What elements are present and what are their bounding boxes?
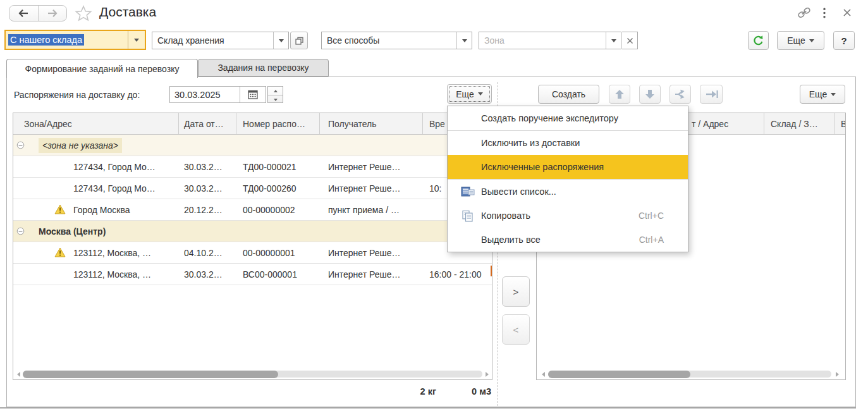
favorite-star-icon[interactable] (75, 5, 92, 22)
warehouse-dropdown-arrow[interactable] (273, 32, 288, 49)
orders-table-body: <зона не указана>127434, Город Мо…30.03.… (13, 135, 492, 285)
methods-combo[interactable]: Все способы (321, 32, 472, 49)
caret-down-icon (831, 93, 836, 96)
scrollbar-thumb[interactable] (548, 371, 690, 378)
caret-down-icon (279, 39, 284, 42)
menu-item[interactable]: Выделить всеCtrl+A (448, 228, 688, 252)
forward-button[interactable] (39, 6, 67, 21)
menu-item[interactable]: Создать поручение экспедитору (448, 106, 688, 130)
warehouse-combo[interactable]: Склад хранения (152, 32, 289, 49)
collapse-icon[interactable] (16, 227, 25, 235)
move-down-button[interactable] (639, 85, 661, 104)
date-input[interactable]: 30.03.2025 (170, 87, 240, 102)
spinner-up-button[interactable] (268, 87, 283, 95)
caret-down-icon (134, 39, 139, 42)
cell-date: 30.03.2… (179, 156, 236, 177)
right-more-label: Еще (809, 89, 828, 99)
tab-forming-transport-tasks[interactable]: Формирование заданий на перевозку (6, 59, 198, 78)
scroll-right-icon[interactable] (835, 371, 840, 378)
scrollbar-thumb[interactable] (23, 371, 278, 378)
create-button[interactable]: Создать (538, 85, 599, 104)
transfer-right-button[interactable]: > (502, 276, 530, 307)
transfer-left-button[interactable]: < (502, 314, 530, 345)
scroll-left-icon[interactable] (16, 371, 21, 378)
menu-item[interactable]: Исключенные распоряжения (448, 155, 688, 179)
cell-recipient: Интернет Реше… (320, 242, 423, 263)
order-row[interactable]: 123112, Москва, …30.03.2…ВС00-000001Инте… (13, 264, 492, 285)
column-header[interactable]: Зона/Адрес (13, 113, 179, 134)
menu-item-shortcut: Ctrl+C (639, 211, 664, 221)
column-header[interactable]: Дата от… (179, 113, 236, 134)
scroll-right-icon[interactable] (485, 371, 490, 378)
warehouse-choose-button[interactable] (290, 32, 308, 49)
arrow-up-icon (613, 89, 626, 100)
group-row[interactable]: Москва (Центр) (13, 221, 492, 242)
menu-item[interactable]: КопироватьCtrl+C (448, 204, 688, 228)
split-arrows-icon (674, 89, 687, 100)
order-row[interactable]: 123112, Москва, …04.10.2…00-00000001Инте… (13, 242, 492, 264)
spinner-down-button[interactable] (268, 95, 283, 104)
group-row[interactable]: <зона не указана> (13, 135, 492, 156)
column-header[interactable]: Склад / З… (764, 113, 835, 134)
refresh-icon (752, 35, 764, 47)
cell-recipient: Интернет Реше… (320, 178, 423, 199)
cell-date: 20.12.2… (179, 199, 236, 220)
help-button[interactable]: ? (833, 31, 855, 50)
menu-item-label: Создать поручение экспедитору (481, 113, 618, 123)
copy-icon (462, 210, 474, 222)
date-calendar-button[interactable] (240, 87, 266, 102)
column-header[interactable]: Получатель (320, 113, 423, 134)
tab-transport-tasks[interactable]: Задания на перевозку (198, 59, 329, 77)
transfer-right-label: > (513, 286, 519, 297)
order-row[interactable]: 127434, Город Мо…30.03.2…ТД00-000260Инте… (13, 178, 492, 199)
collapse-icon[interactable] (16, 141, 25, 149)
order-row[interactable]: Город Москва20.12.2…00-00000002пункт при… (13, 199, 492, 221)
move-up-button[interactable] (609, 85, 630, 104)
warehouse-value: Склад хранения (157, 35, 224, 46)
orders-table: Зона/АдресДата от…Номер распо…Получатель… (13, 113, 492, 380)
tab-label: Задания на перевозку (217, 63, 309, 73)
delivery-type-combo[interactable]: С нашего склада (4, 30, 146, 50)
cell-number: 00-00000002 (236, 199, 320, 220)
menu-item-label: Копировать (481, 211, 530, 221)
left-more-label: Еще (456, 89, 474, 99)
menu-item-label: Исключить из доставки (481, 138, 580, 148)
current-cell-cursor (491, 266, 492, 276)
tasks-hscrollbar[interactable] (537, 369, 845, 380)
close-icon[interactable] (843, 8, 852, 17)
back-button[interactable] (9, 6, 39, 21)
cell-number: ТД00-000260 (236, 178, 320, 199)
print-list-icon (461, 186, 475, 198)
link-icon[interactable] (797, 6, 812, 19)
form-more-button[interactable]: Еще (777, 31, 824, 50)
split-task-button[interactable] (669, 85, 691, 104)
warning-icon (54, 204, 66, 214)
orders-hscrollbar[interactable] (13, 369, 492, 380)
menu-item-shortcut: Ctrl+A (639, 235, 664, 245)
tab-label: Формирование заданий на перевозку (25, 64, 180, 74)
orders-table-header: Зона/АдресДата от…Номер распо…Получатель… (13, 113, 492, 135)
right-more-button[interactable]: Еще (800, 85, 845, 104)
cell-recipient: Интернет Реше… (320, 156, 423, 177)
left-more-button[interactable]: Еще (447, 84, 492, 104)
warning-icon (54, 247, 66, 257)
scroll-left-icon[interactable] (541, 371, 546, 378)
move-to-task-button[interactable] (700, 85, 723, 104)
column-header[interactable]: В (835, 113, 845, 134)
menu-item[interactable]: Исключить из доставки (448, 131, 688, 155)
delivery-type-value: С нашего склада (8, 34, 84, 46)
kebab-menu-icon[interactable] (822, 8, 826, 18)
zone-dropdown-arrow[interactable] (606, 32, 621, 49)
methods-dropdown-arrow[interactable] (456, 32, 472, 49)
create-label: Создать (552, 89, 585, 99)
cell-time: 16:00 - 21:00 (423, 264, 492, 285)
order-row[interactable]: 127434, Город Мо…30.03.2…ТД00-000021Инте… (13, 156, 492, 178)
column-header[interactable]: Номер распо… (236, 113, 320, 134)
cell-address: 127434, Город Мо… (73, 183, 156, 194)
zone-clear-button[interactable] (622, 32, 638, 49)
menu-item[interactable]: Вывести список... (448, 180, 688, 204)
refresh-button[interactable] (748, 31, 769, 50)
cell-date: 30.03.2… (179, 178, 236, 199)
delivery-type-dropdown-arrow[interactable] (128, 31, 145, 49)
zone-input[interactable]: Зона (479, 32, 621, 49)
